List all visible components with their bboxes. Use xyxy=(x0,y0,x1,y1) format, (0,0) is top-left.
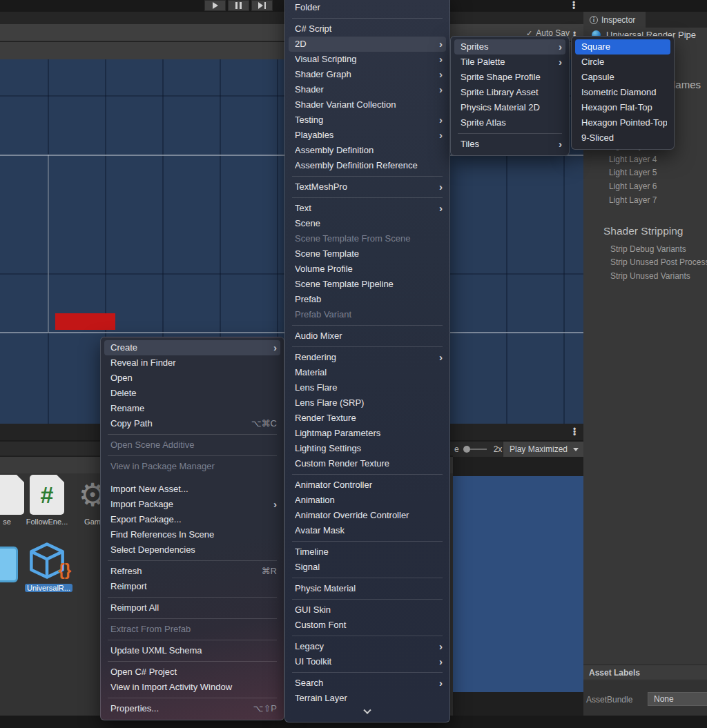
menu-item-signal[interactable]: Signal xyxy=(289,560,446,575)
light-layer-row[interactable]: Light Layer 6 xyxy=(609,180,657,194)
menu-item-ui-toolkit[interactable]: UI Toolkit› xyxy=(289,654,446,669)
menu-item-hexagon-flat-top[interactable]: Hexagon Flat-Top xyxy=(575,100,670,115)
menu-item-material[interactable]: Material xyxy=(289,365,446,380)
menu-item-avatar-mask[interactable]: Avatar Mask xyxy=(289,523,446,538)
scroll-down-chevron-icon[interactable] xyxy=(285,706,449,718)
asset-labels-header[interactable]: Asset Labels xyxy=(583,665,707,680)
menu-item-import-new-asset[interactable]: Import New Asset... xyxy=(104,482,280,497)
menu-item-assembly-definition-reference[interactable]: Assembly Definition Reference xyxy=(289,158,446,173)
menu-item-extract-from-prefab: Extract From Prefab xyxy=(104,622,280,637)
menu-item-shader[interactable]: Shader› xyxy=(289,82,446,97)
play-button[interactable] xyxy=(204,0,226,11)
menu-item-import-package[interactable]: Import Package› xyxy=(104,497,280,512)
menu-item-search[interactable]: Search› xyxy=(289,676,446,691)
menu-item-rendering[interactable]: Rendering› xyxy=(289,350,446,365)
menu-item-delete[interactable]: Delete xyxy=(104,386,280,401)
menu-item-sprite-library-asset[interactable]: Sprite Library Asset xyxy=(454,85,565,100)
menu-item-assembly-definition[interactable]: Assembly Definition xyxy=(289,143,446,158)
menu-item-scene-template-pipeline[interactable]: Scene Template Pipeline xyxy=(289,277,446,292)
shader-stripping-header[interactable]: Shader Stripping xyxy=(603,225,683,237)
menu-item-custom-render-texture[interactable]: Custom Render Texture xyxy=(289,456,446,471)
menu-item-c-script[interactable]: C# Script xyxy=(289,21,446,37)
menu-item-legacy[interactable]: Legacy› xyxy=(289,639,446,654)
menu-item-isometric-diamond[interactable]: Isometric Diamond xyxy=(575,85,670,100)
menu-item-capsule[interactable]: Capsule xyxy=(575,70,670,85)
menu-item-lighting-settings[interactable]: Lighting Settings xyxy=(289,441,446,456)
menu-item-audio-mixer[interactable]: Audio Mixer xyxy=(289,328,446,344)
menu-item-animator-override-controller[interactable]: Animator Override Controller xyxy=(289,508,446,523)
game-pane-kebab-icon[interactable]: ••• xyxy=(572,428,577,436)
tab-inspector[interactable]: i Inspector xyxy=(583,12,646,28)
menu-item-text[interactable]: Text› xyxy=(289,201,446,216)
game-viewport[interactable] xyxy=(453,476,583,692)
shader-stripping-row[interactable]: Strip Debug Variants xyxy=(610,243,707,256)
assetbundle-dropdown[interactable]: None xyxy=(648,692,707,706)
menu-item-sprites[interactable]: Sprites› xyxy=(454,39,565,55)
asset-tile-followenemy[interactable]: # FollowEne... xyxy=(25,475,69,526)
menu-item-tile-palette[interactable]: Tile Palette› xyxy=(454,55,565,70)
kebab-menu-icon[interactable]: ••• xyxy=(572,1,576,10)
menu-item-select-dependencies[interactable]: Select Dependencies xyxy=(104,542,280,558)
step-button[interactable] xyxy=(251,0,273,11)
menu-item-custom-font[interactable]: Custom Font xyxy=(289,618,446,633)
menu-item-timeline[interactable]: Timeline xyxy=(289,544,446,560)
light-layer-row[interactable]: Light Layer 5 xyxy=(609,166,657,180)
menu-item-terrain-layer[interactable]: Terrain Layer xyxy=(289,691,446,706)
menu-item-square[interactable]: Square xyxy=(575,39,670,55)
menu-item-export-package[interactable]: Export Package... xyxy=(104,512,280,527)
menu-item-lens-flare[interactable]: Lens Flare xyxy=(289,380,446,395)
menu-item-folder[interactable]: Folder xyxy=(289,0,446,15)
pause-button[interactable] xyxy=(228,0,249,11)
menu-item-find-references-in-scene[interactable]: Find References In Scene xyxy=(104,527,280,542)
menu-item-scene-template[interactable]: Scene Template xyxy=(289,246,446,262)
menu-item-render-texture[interactable]: Render Texture xyxy=(289,411,446,426)
menu-item-refresh[interactable]: Refresh⌘R xyxy=(104,564,280,579)
menu-item-physic-material[interactable]: Physic Material xyxy=(289,581,446,596)
scale-slider[interactable] xyxy=(463,446,487,453)
menu-item-sprite-shape-profile[interactable]: Sprite Shape Profile xyxy=(454,70,565,85)
submenu-arrow-icon: › xyxy=(439,179,443,195)
shader-stripping-row[interactable]: Strip Unused Post Process xyxy=(610,256,707,269)
menu-item-view-in-package-manager: View in Package Manager xyxy=(104,459,280,474)
menu-item-create[interactable]: Create› xyxy=(104,340,280,355)
menu-item-shader-variant-collection[interactable]: Shader Variant Collection xyxy=(289,97,446,112)
menu-item-update-uxml-schema[interactable]: Update UXML Schema xyxy=(104,643,280,658)
menu-item-open[interactable]: Open xyxy=(104,371,280,386)
menu-item-textmeshpro[interactable]: TextMeshPro› xyxy=(289,179,446,195)
menu-item-visual-scripting[interactable]: Visual Scripting› xyxy=(289,52,446,67)
menu-item-gui-skin[interactable]: GUI Skin xyxy=(289,602,446,618)
menu-item-lens-flare-srp[interactable]: Lens Flare (SRP) xyxy=(289,395,446,411)
menu-item-reimport-all[interactable]: Reimport All xyxy=(104,600,280,616)
menu-item-sprite-atlas[interactable]: Sprite Atlas xyxy=(454,115,565,130)
menu-item-volume-profile[interactable]: Volume Profile xyxy=(289,262,446,277)
menu-item-hexagon-pointed-top[interactable]: Hexagon Pointed-Top xyxy=(575,115,670,130)
menu-item-animation[interactable]: Animation xyxy=(289,493,446,508)
menu-item-lightmap-parameters[interactable]: Lightmap Parameters xyxy=(289,426,446,441)
asset-tile-partial-cube[interactable] xyxy=(0,547,18,582)
menu-item-view-in-import-activity-window[interactable]: View in Import Activity Window xyxy=(104,680,280,695)
menu-item-scene-template-from-scene: Scene Template From Scene xyxy=(289,231,446,246)
menu-item-2d[interactable]: 2D› xyxy=(289,37,446,52)
menu-item-circle[interactable]: Circle xyxy=(575,55,670,70)
light-layer-row[interactable]: Light Layer 7 xyxy=(609,194,657,208)
menu-item-rename[interactable]: Rename xyxy=(104,401,280,416)
menu-item-reveal-in-finder[interactable]: Reveal in Finder xyxy=(104,355,280,371)
asset-tile-urp[interactable]: {} UniversalR... xyxy=(25,541,69,593)
menu-item-properties[interactable]: Properties...⌥⇧P xyxy=(104,701,280,716)
menu-item-physics-material-2d[interactable]: Physics Material 2D xyxy=(454,100,565,115)
menu-item-9-sliced[interactable]: 9-Sliced xyxy=(575,130,670,146)
menu-item-reimport[interactable]: Reimport xyxy=(104,579,280,594)
menu-item-open-c-project[interactable]: Open C# Project xyxy=(104,665,280,680)
light-layer-row[interactable]: Light Layer 4 xyxy=(609,153,657,167)
menu-item-shader-graph[interactable]: Shader Graph› xyxy=(289,67,446,82)
shader-stripping-row[interactable]: Strip Unused Variants xyxy=(610,270,707,283)
menu-item-copy-path[interactable]: Copy Path⌥⌘C xyxy=(104,416,280,431)
play-maximized-dropdown[interactable]: Play Maximized xyxy=(503,442,583,457)
menu-item-animator-controller[interactable]: Animator Controller xyxy=(289,478,446,493)
menu-item-testing[interactable]: Testing› xyxy=(289,112,446,128)
menu-item-playables[interactable]: Playables› xyxy=(289,128,446,143)
menu-item-scene[interactable]: Scene xyxy=(289,216,446,231)
scene-red-sprite[interactable] xyxy=(55,313,115,330)
menu-item-tiles[interactable]: Tiles› xyxy=(454,137,565,152)
menu-item-prefab[interactable]: Prefab xyxy=(289,292,446,307)
